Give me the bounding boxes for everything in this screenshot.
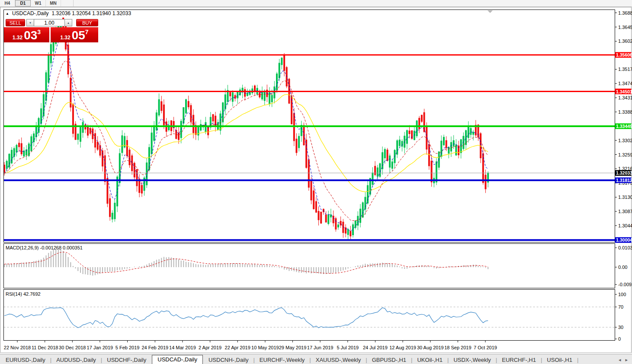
svg-text:1.33880: 1.33880	[618, 109, 632, 115]
timeframe-h4[interactable]: H4	[0, 0, 15, 6]
chart-ohlc-values: 1.32036 1.32054 1.31940 1.32033	[52, 10, 132, 16]
svg-text:1.30440: 1.30440	[618, 223, 632, 228]
svg-text:29 May 2019: 29 May 2019	[279, 345, 307, 350]
timeframe-mn[interactable]: MN	[46, 0, 61, 6]
trading-terminal: H4D1W1MN 1.368801.364501.360201.351701.3…	[0, 0, 632, 364]
svg-text:22 Nov 2018: 22 Nov 2018	[4, 345, 31, 350]
svg-text:70: 70	[618, 304, 623, 310]
tab-scroll-right-icon[interactable]: ▸	[625, 357, 628, 363]
svg-text:14 Mar 2019: 14 Mar 2019	[169, 345, 196, 350]
chart-tab-usdcnh-daily[interactable]: USDCNH-,Daily	[203, 356, 254, 364]
collapse-arrow-icon[interactable]: ▲	[6, 12, 9, 16]
buy-price-big: 05	[72, 28, 85, 42]
chart-tab-eurchf-h1[interactable]: EURCHF-,H1	[496, 356, 542, 364]
svg-text:1.36450: 1.36450	[618, 25, 632, 30]
svg-text:5 Feb 2019: 5 Feb 2019	[115, 345, 140, 350]
svg-text:0.010311: 0.010311	[618, 245, 632, 250]
svg-text:1.36880: 1.36880	[618, 10, 632, 16]
spinner-up-icon: ▲	[67, 22, 70, 24]
svg-text:1.31300: 1.31300	[618, 195, 632, 200]
svg-text:0.00: 0.00	[618, 265, 627, 270]
volume-decrease-button[interactable]: ▼	[26, 19, 34, 26]
svg-text:5 Jul 2019: 5 Jul 2019	[337, 345, 359, 350]
svg-text:11 Dec 2018: 11 Dec 2018	[32, 345, 58, 350]
svg-text:24 Feb 2019: 24 Feb 2019	[141, 345, 168, 350]
svg-text:1.32590: 1.32590	[618, 152, 632, 157]
sell-price-panel[interactable]: 1.32033	[4, 27, 49, 42]
svg-text:2 Apr 2019: 2 Apr 2019	[199, 345, 221, 350]
chart-canvas[interactable]: 1.368801.364501.360201.351701.347401.343…	[0, 0, 632, 354]
timeframe-w1[interactable]: W1	[31, 0, 46, 6]
sell-price-base: 1.32	[13, 35, 22, 41]
svg-text:1.33449: 1.33449	[616, 124, 632, 129]
volume-increase-button[interactable]: ▲	[64, 19, 72, 26]
buy-price-panel[interactable]: 1.32057	[51, 27, 98, 42]
sell-price-sup: 3	[37, 29, 41, 35]
timeframe-d1[interactable]: D1	[15, 0, 31, 6]
sell-price-big: 03	[24, 28, 37, 42]
svg-text:1.31812: 1.31812	[616, 178, 632, 183]
sell-button[interactable]: SELL	[6, 19, 25, 26]
timeframe-toolbar: H4D1W1MN	[0, 0, 632, 7]
toolbar-separator	[73, 0, 74, 6]
chart-tab-ukoil-h1[interactable]: UKOil-,H1	[411, 356, 448, 364]
svg-text:30: 30	[618, 325, 623, 330]
svg-text:100: 100	[618, 292, 626, 297]
rsi-indicator-label: RSI(14) 42.7692	[6, 291, 41, 297]
svg-text:1.30870: 1.30870	[618, 209, 632, 214]
svg-text:1.35606: 1.35606	[616, 52, 632, 57]
chart-tab-usdchf-daily[interactable]: USDCHF-,Daily	[101, 356, 152, 364]
svg-text:1.36020: 1.36020	[618, 38, 632, 44]
chart-tab-gbpusd-h1[interactable]: GBPUSD-,H1	[366, 356, 412, 364]
spinner-down-icon: ▼	[29, 22, 32, 24]
svg-text:1.34740: 1.34740	[618, 81, 632, 86]
buy-button[interactable]: BUY	[76, 19, 98, 26]
macd-indicator-label: MACD(12,26,9) -0.001268 0.000351	[6, 245, 83, 250]
svg-text:-0.00920: -0.00920	[618, 282, 632, 287]
chart-tab-eurchf-weekly[interactable]: EURCHF-,Weekly	[254, 356, 311, 364]
svg-text:30 Aug 2019: 30 Aug 2019	[417, 345, 444, 350]
buy-price-sup: 7	[85, 29, 89, 35]
chart-tab-usoil-h1[interactable]: USOil-,H1	[541, 356, 578, 364]
chart-tab-xauusd-weekly[interactable]: XAUUSD-,Weekly	[310, 356, 367, 364]
svg-text:22 Apr 2019: 22 Apr 2019	[225, 345, 250, 350]
svg-text:1.32033: 1.32033	[616, 170, 632, 176]
svg-text:12 Aug 2019: 12 Aug 2019	[389, 345, 416, 350]
svg-text:1.30004: 1.30004	[616, 237, 632, 243]
svg-text:0: 0	[618, 336, 621, 342]
tab-nav: ◂ ▸	[619, 357, 632, 364]
chart-tab-usdcad-daily[interactable]: USDCAD-,Daily	[152, 355, 203, 364]
tab-separator: |	[577, 357, 578, 363]
svg-text:7 Oct 2019: 7 Oct 2019	[474, 345, 497, 350]
svg-text:1.34310: 1.34310	[618, 95, 632, 100]
volume-input[interactable]	[34, 19, 65, 26]
one-click-trade-widget: SELL ▼ ▲ BUY 1.32033 1.32057	[4, 19, 98, 42]
svg-text:18 Sep 2019: 18 Sep 2019	[444, 345, 471, 350]
svg-text:17 Jan 2019: 17 Jan 2019	[87, 345, 113, 350]
svg-text:17 Jun 2019: 17 Jun 2019	[307, 345, 334, 350]
svg-text:24 Jul 2019: 24 Jul 2019	[363, 345, 388, 350]
svg-text:1.35170: 1.35170	[618, 67, 632, 72]
svg-text:10 May 2019: 10 May 2019	[251, 345, 279, 350]
chart-tab-eurusd-daily[interactable]: EURUSD-,Daily	[0, 356, 51, 364]
chart-tabbar: EURUSD-,Daily|AUDUSD-,Daily|USDCHF-,Dail…	[0, 354, 632, 364]
tab-scroll-left-icon[interactable]: ◂	[619, 357, 621, 363]
chart-symbol-label: USDCAD-,Daily	[12, 10, 49, 16]
chart-tab-audusd-daily[interactable]: AUDUSD-,Daily	[51, 356, 102, 364]
svg-text:30 Dec 2018: 30 Dec 2018	[59, 345, 86, 350]
buy-price-base: 1.32	[60, 35, 70, 41]
chart-tab-usdx-weekly[interactable]: USDX-,Weekly	[448, 356, 496, 364]
svg-text:1.33020: 1.33020	[618, 138, 632, 143]
svg-text:1.34501: 1.34501	[616, 89, 632, 94]
chart-header: ▲ USDCAD-,Daily 1.32036 1.32054 1.31940 …	[6, 10, 131, 16]
